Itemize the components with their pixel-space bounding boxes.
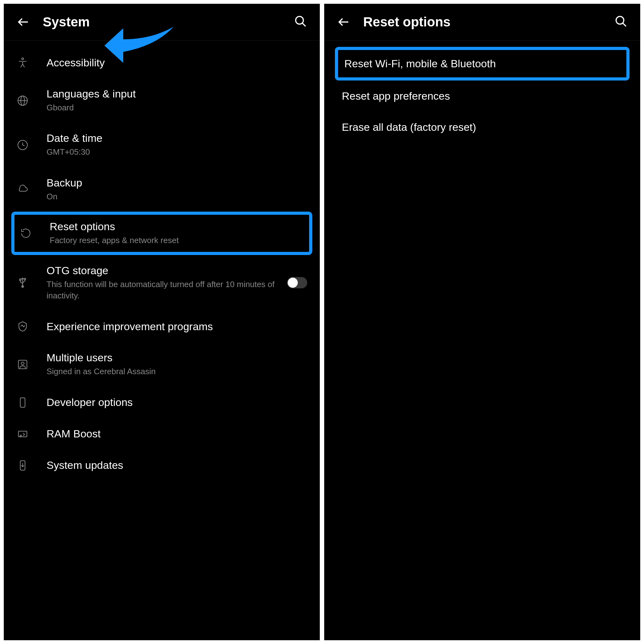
- languages-item[interactable]: Languages & input Gboard: [4, 78, 320, 123]
- svg-point-20: [616, 16, 624, 24]
- back-button[interactable]: [337, 15, 351, 29]
- item-subtitle: On: [47, 191, 307, 202]
- ram-boost-item[interactable]: RAM Boost: [4, 418, 320, 450]
- clock-icon: [16, 139, 29, 151]
- item-title: Developer options: [47, 396, 307, 408]
- item-subtitle: Signed in as Cerebral Assasin: [47, 366, 307, 377]
- phone-icon: [16, 396, 29, 409]
- svg-line-21: [623, 23, 626, 26]
- settings-list: Accessibility Languages & input Gboard D…: [4, 41, 320, 640]
- svg-point-3: [22, 58, 24, 60]
- developer-options-item[interactable]: Developer options: [4, 387, 320, 418]
- factory-reset-item[interactable]: Erase all data (factory reset): [324, 112, 640, 143]
- header: System: [4, 4, 320, 41]
- item-title: Languages & input: [47, 88, 307, 100]
- cloud-icon: [16, 183, 29, 196]
- item-title: Accessibility: [47, 57, 307, 69]
- usb-icon: [16, 276, 29, 289]
- item-subtitle: This function will be automatically turn…: [47, 279, 287, 302]
- item-title: Reset Wi-Fi, mobile & Bluetooth: [344, 58, 620, 70]
- item-title: OTG storage: [47, 264, 287, 277]
- accessibility-item[interactable]: Accessibility: [4, 47, 320, 78]
- item-title: Backup: [47, 177, 307, 189]
- reset-list: Reset Wi-Fi, mobile & Bluetooth Reset ap…: [324, 41, 640, 640]
- otg-storage-item[interactable]: OTG storage This function will be automa…: [4, 255, 320, 311]
- back-button[interactable]: [16, 15, 30, 29]
- ram-icon: [16, 428, 29, 440]
- item-subtitle: GMT+05:30: [47, 146, 307, 158]
- item-title: System updates: [47, 459, 307, 471]
- multiple-users-item[interactable]: Multiple users Signed in as Cerebral Ass…: [4, 342, 320, 386]
- svg-point-16: [20, 435, 22, 436]
- backup-item[interactable]: Backup On: [4, 167, 320, 212]
- search-icon[interactable]: [294, 15, 307, 29]
- download-icon: [16, 459, 29, 472]
- accessibility-icon: [16, 56, 29, 69]
- otg-toggle[interactable]: [287, 277, 307, 288]
- page-title: Reset options: [363, 14, 614, 30]
- user-icon: [16, 358, 29, 371]
- globe-icon: [16, 94, 29, 107]
- system-updates-item[interactable]: System updates: [4, 450, 320, 481]
- item-title: Reset options: [50, 220, 304, 233]
- item-title: Date & time: [47, 132, 307, 144]
- svg-line-2: [302, 23, 306, 26]
- search-icon[interactable]: [614, 15, 628, 29]
- experience-item[interactable]: Experience improvement programs: [4, 311, 320, 342]
- item-title: Reset app preferences: [342, 90, 623, 102]
- svg-rect-15: [19, 431, 27, 437]
- toggle-knob: [288, 278, 298, 288]
- shield-icon: [16, 320, 29, 333]
- svg-point-13: [21, 362, 24, 365]
- reset-app-prefs-item[interactable]: Reset app preferences: [324, 81, 640, 112]
- reset-options-screen: Reset options Reset Wi-Fi, mobile & Blue…: [324, 4, 640, 640]
- item-title: Erase all data (factory reset): [342, 121, 623, 133]
- reset-wifi-item[interactable]: Reset Wi-Fi, mobile & Bluetooth: [335, 47, 630, 81]
- reset-icon: [19, 227, 32, 240]
- item-title: RAM Boost: [47, 428, 307, 440]
- svg-point-1: [296, 16, 303, 24]
- datetime-item[interactable]: Date & time GMT+05:30: [4, 123, 320, 167]
- svg-rect-14: [20, 398, 25, 407]
- page-title: System: [43, 14, 294, 30]
- item-title: Multiple users: [47, 352, 307, 364]
- header: Reset options: [324, 4, 640, 41]
- item-subtitle: Gboard: [47, 102, 307, 113]
- item-subtitle: Factory reset, apps & network reset: [50, 235, 304, 246]
- reset-options-item[interactable]: Reset options Factory reset, apps & netw…: [11, 212, 312, 255]
- svg-rect-10: [19, 279, 21, 280]
- item-title: Experience improvement programs: [47, 320, 307, 333]
- system-settings-screen: System Accessibility: [4, 4, 320, 640]
- svg-point-11: [24, 278, 26, 280]
